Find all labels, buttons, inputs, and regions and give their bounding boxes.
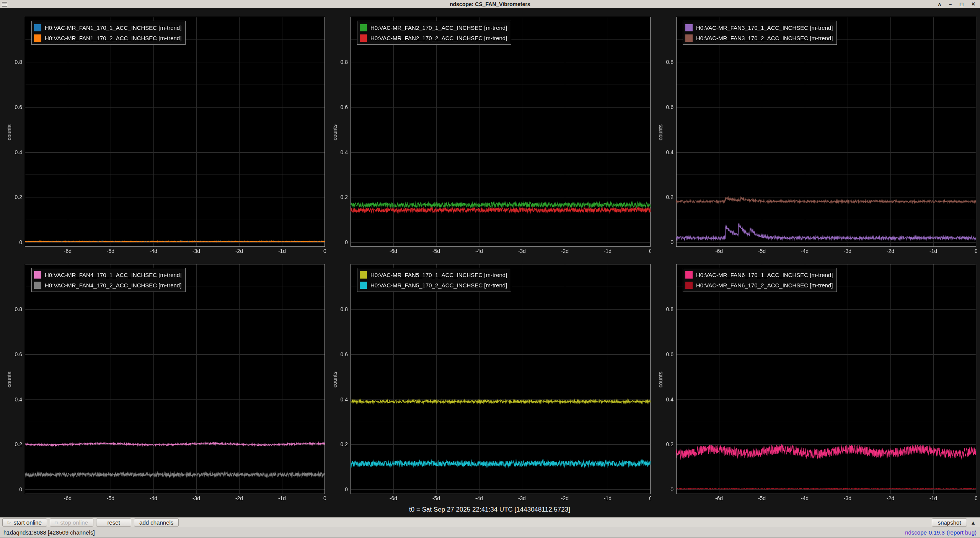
server-status: h1daqnds1:8088 [428509 channels] [3,529,95,536]
toolbar: ▷ start online □ stop online reset add c… [0,517,980,527]
plot-canvas-fan2[interactable] [328,10,651,255]
legend-item: H0:VAC-MR_FAN2_170_2_ACC_INCHSEC [m-tren… [360,34,507,42]
y-axis-label: counts [657,124,664,140]
series-label: H0:VAC-MR_FAN4_170_1_ACC_INCHSEC [m-tren… [45,272,181,278]
series-color-swatch [685,24,693,31]
plot-canvas-fan4[interactable] [2,257,326,502]
t0-label: t0 = Sat Sep 27 2025 22:41:34 UTC [14430… [2,502,977,517]
credits: ndscope 0.19.3 (report bug) [905,529,977,536]
play-icon: ▷ [8,520,11,525]
stop-online-label: stop online [60,519,88,526]
legend-item: H0:VAC-MR_FAN1_170_2_ACC_INCHSEC [m-tren… [34,34,181,42]
plot-canvas-fan6[interactable] [654,257,977,502]
legend-fan1: H0:VAC-MR_FAN1_170_1_ACC_INCHSEC [m-tren… [31,21,186,45]
series-color-swatch [685,34,693,42]
series-color-swatch [34,34,41,42]
legend-fan4: H0:VAC-MR_FAN4_170_1_ACC_INCHSEC [m-tren… [31,268,186,292]
plot-canvas-fan3[interactable] [654,10,977,255]
plot-fan6[interactable]: counts H0:VAC-MR_FAN6_170_1_ACC_INCHSEC … [654,257,977,502]
plot-fan3[interactable]: counts H0:VAC-MR_FAN3_170_1_ACC_INCHSEC … [654,10,977,255]
series-label: H0:VAC-MR_FAN1_170_1_ACC_INCHSEC [m-tren… [45,24,181,31]
series-label: H0:VAC-MR_FAN5_170_1_ACC_INCHSEC [m-tren… [370,272,507,278]
snapshot-button[interactable]: snapshot [932,518,967,527]
legend-item: H0:VAC-MR_FAN4_170_1_ACC_INCHSEC [m-tren… [34,271,181,279]
plot-fan1[interactable]: counts H0:VAC-MR_FAN1_170_1_ACC_INCHSEC … [2,10,326,255]
series-color-swatch [360,24,367,31]
plot-canvas-fan1[interactable] [2,10,326,255]
start-online-button[interactable]: ▷ start online [2,518,47,527]
series-label: H0:VAC-MR_FAN1_170_2_ACC_INCHSEC [m-tren… [45,35,181,41]
series-color-swatch [360,34,367,42]
series-label: H0:VAC-MR_FAN5_170_2_ACC_INCHSEC [m-tren… [370,282,507,289]
series-color-swatch [685,282,693,289]
workspace: counts H0:VAC-MR_FAN1_170_1_ACC_INCHSEC … [0,8,980,517]
shade-icon[interactable]: ∧ [938,0,942,8]
reset-button[interactable]: reset [96,518,131,527]
plot-canvas-fan5[interactable] [328,257,651,502]
series-label: H0:VAC-MR_FAN2_170_1_ACC_INCHSEC [m-tren… [370,24,507,31]
series-color-swatch [360,282,367,289]
series-color-swatch [34,271,41,279]
series-label: H0:VAC-MR_FAN2_170_2_ACC_INCHSEC [m-tren… [370,35,507,41]
series-label: H0:VAC-MR_FAN6_170_2_ACC_INCHSEC [m-tren… [696,282,833,289]
y-axis-label: counts [6,124,12,140]
legend-item: H0:VAC-MR_FAN4_170_2_ACC_INCHSEC [m-tren… [34,281,181,289]
series-color-swatch [34,282,41,289]
y-axis-label: counts [6,372,12,387]
start-online-label: start online [13,519,41,526]
add-channels-button[interactable]: add channels [134,518,179,527]
statusbar: h1daqnds1:8088 [428509 channels] ndscope… [0,527,980,538]
stop-online-button[interactable]: □ stop online [50,518,93,527]
legend-item: H0:VAC-MR_FAN5_170_1_ACC_INCHSEC [m-tren… [360,271,507,279]
legend-fan2: H0:VAC-MR_FAN2_170_1_ACC_INCHSEC [m-tren… [357,21,511,45]
add-channels-label: add channels [139,519,173,526]
plot-fan2[interactable]: counts H0:VAC-MR_FAN2_170_1_ACC_INCHSEC … [328,10,651,255]
legend-item: H0:VAC-MR_FAN6_170_1_ACC_INCHSEC [m-tren… [685,271,833,279]
window-title: ndscope: CS_FAN_Vibrometers [0,1,980,7]
legend-fan5: H0:VAC-MR_FAN5_170_1_ACC_INCHSEC [m-tren… [357,268,511,292]
close-icon[interactable]: ✕ [971,0,975,8]
series-color-swatch [34,24,41,31]
plots-grid: counts H0:VAC-MR_FAN1_170_1_ACC_INCHSEC … [2,10,977,502]
report-bug-link[interactable]: (report bug) [947,529,977,536]
snapshot-label: snapshot [938,519,961,526]
legend-item: H0:VAC-MR_FAN2_170_1_ACC_INCHSEC [m-tren… [360,23,507,32]
legend-fan6: H0:VAC-MR_FAN6_170_1_ACC_INCHSEC [m-tren… [683,268,837,292]
expand-panel-icon[interactable]: ▲ [970,520,976,526]
y-axis-label: counts [332,372,338,387]
series-label: H0:VAC-MR_FAN6_170_1_ACC_INCHSEC [m-tren… [696,272,833,278]
legend-item: H0:VAC-MR_FAN1_170_1_ACC_INCHSEC [m-tren… [34,23,181,32]
legend-item: H0:VAC-MR_FAN6_170_2_ACC_INCHSEC [m-tren… [685,281,833,289]
legend-item: H0:VAC-MR_FAN5_170_2_ACC_INCHSEC [m-tren… [360,281,507,289]
ndscope-link[interactable]: ndscope [905,529,927,536]
legend-item: H0:VAC-MR_FAN3_170_2_ACC_INCHSEC [m-tren… [685,34,833,42]
stop-icon: □ [55,520,58,525]
legend-item: H0:VAC-MR_FAN3_170_1_ACC_INCHSEC [m-tren… [685,23,833,32]
app-icon [2,2,7,7]
minimize-icon[interactable]: – [949,0,952,8]
series-label: H0:VAC-MR_FAN3_170_2_ACC_INCHSEC [m-tren… [696,35,833,41]
series-color-swatch [360,271,367,279]
titlebar: ndscope: CS_FAN_Vibrometers ∧ – ◻ ✕ [0,0,980,8]
y-axis-label: counts [332,124,338,140]
reset-label: reset [107,519,120,526]
plot-fan5[interactable]: counts H0:VAC-MR_FAN5_170_1_ACC_INCHSEC … [328,257,651,502]
series-label: H0:VAC-MR_FAN3_170_1_ACC_INCHSEC [m-tren… [696,24,833,31]
y-axis-label: counts [657,372,664,387]
plot-fan4[interactable]: counts H0:VAC-MR_FAN4_170_1_ACC_INCHSEC … [2,257,326,502]
legend-fan3: H0:VAC-MR_FAN3_170_1_ACC_INCHSEC [m-tren… [683,21,837,45]
series-color-swatch [685,271,693,279]
window-controls: ∧ – ◻ ✕ [938,0,980,8]
series-label: H0:VAC-MR_FAN4_170_2_ACC_INCHSEC [m-tren… [45,282,181,289]
maximize-icon[interactable]: ◻ [959,0,964,8]
version-link[interactable]: 0.19.3 [929,529,945,536]
